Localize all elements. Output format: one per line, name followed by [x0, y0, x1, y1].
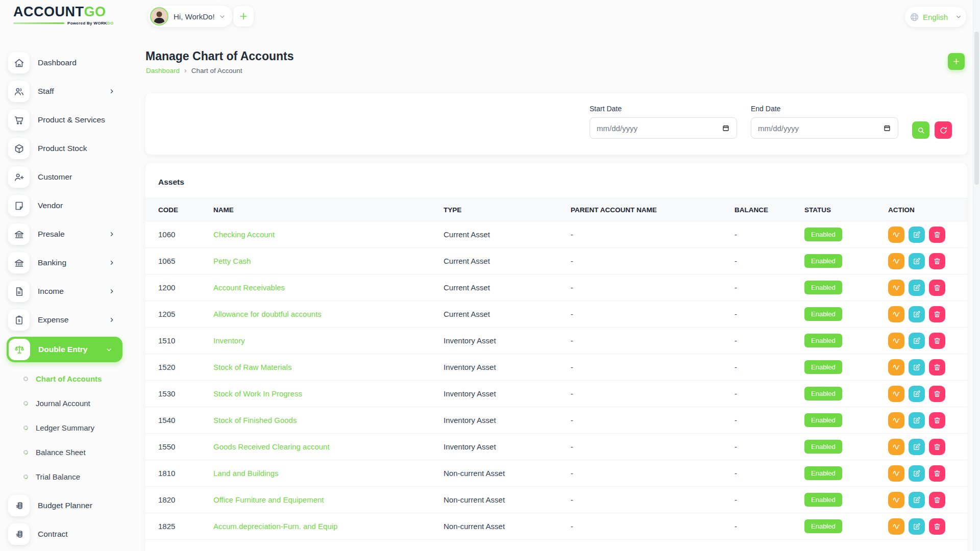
- sidebar-item-budget-planner[interactable]: $Budget Planner: [8, 494, 129, 517]
- edit-button[interactable]: [909, 306, 925, 322]
- activity-button[interactable]: [888, 306, 904, 322]
- activity-button[interactable]: [888, 333, 904, 349]
- sidebar-item-label: Product Stock: [38, 144, 87, 153]
- trash-button[interactable]: [929, 333, 945, 349]
- sidebar-item-expense[interactable]: $Expense: [8, 308, 129, 332]
- action-cell: [888, 359, 967, 375]
- edit-button[interactable]: [909, 465, 925, 482]
- trash-button[interactable]: [929, 465, 945, 482]
- sidebar-subitem-ledger-summary[interactable]: Ledger Summary: [0, 415, 135, 440]
- sidebar-item-double-entry[interactable]: Double Entry: [7, 337, 122, 362]
- action-cell: [888, 518, 967, 535]
- search-button[interactable]: [912, 121, 929, 139]
- sidebar-item-customer[interactable]: Customer: [8, 165, 129, 189]
- brand-logo[interactable]: ACCOUNTGO Powered By WORKDO: [13, 5, 115, 26]
- sidebar-item-product-services[interactable]: Product & Services: [8, 108, 129, 132]
- sidebar-subitem-journal-account[interactable]: Journal Account: [0, 391, 135, 415]
- edit-button[interactable]: [909, 227, 925, 243]
- trash-button[interactable]: [929, 359, 945, 375]
- edit-button[interactable]: [909, 412, 925, 429]
- calendar-icon[interactable]: [722, 124, 730, 132]
- table-row: 1825Accum.depreciation-Furn. and EquipNo…: [145, 513, 967, 540]
- trash-button[interactable]: [929, 518, 945, 535]
- chevron-right-icon: [109, 288, 115, 294]
- activity-button[interactable]: [888, 518, 904, 535]
- edit-button[interactable]: [909, 333, 925, 349]
- account-name-link[interactable]: Stock of Raw Materials: [213, 363, 291, 371]
- column-header-code: CODE: [158, 206, 213, 214]
- activity-button[interactable]: [888, 280, 904, 296]
- breadcrumb-dashboard-link[interactable]: Dashboard: [146, 67, 180, 74]
- status-badge: Enabled: [804, 360, 842, 374]
- activity-button[interactable]: [888, 412, 904, 429]
- account-code: 1065: [158, 257, 213, 265]
- status-cell: Enabled: [804, 360, 888, 374]
- sidebar-item-vendor[interactable]: Vendor: [8, 194, 129, 217]
- trash-button[interactable]: [929, 280, 945, 296]
- sidebar-item-staff[interactable]: Staff: [8, 80, 129, 103]
- account-type: Non-current Asset: [444, 469, 571, 478]
- trash-button[interactable]: [929, 492, 945, 508]
- account-name-link[interactable]: Goods Received Clearing account: [213, 442, 330, 451]
- trash-button[interactable]: [929, 412, 945, 429]
- reset-button[interactable]: [935, 121, 952, 139]
- activity-button[interactable]: [888, 465, 904, 482]
- activity-button[interactable]: [888, 439, 904, 455]
- sidebar-item-income[interactable]: Income: [8, 280, 129, 303]
- trash-button[interactable]: [929, 306, 945, 322]
- account-name-link[interactable]: Petty Cash: [213, 257, 251, 265]
- activity-button[interactable]: [888, 227, 904, 243]
- edit-button[interactable]: [909, 253, 925, 269]
- account-name-link[interactable]: Allowance for doubtful accounts: [213, 310, 322, 318]
- edit-button[interactable]: [909, 386, 925, 402]
- trash-button[interactable]: [929, 253, 945, 269]
- edit-button[interactable]: [909, 280, 925, 296]
- bank-icon: [8, 252, 30, 273]
- trash-button[interactable]: [929, 439, 945, 455]
- activity-button[interactable]: [888, 386, 904, 402]
- language-selector[interactable]: English: [905, 7, 966, 27]
- edit-button[interactable]: [909, 439, 925, 455]
- sidebar-item-presale[interactable]: Presale: [8, 222, 129, 246]
- edit-button[interactable]: [909, 518, 925, 535]
- end-date-input[interactable]: mm/dd/yyyy: [751, 117, 898, 139]
- sidebar-item-product-stock[interactable]: Product Stock: [8, 137, 129, 160]
- activity-button[interactable]: [888, 253, 904, 269]
- account-name-link[interactable]: Office Furniture and Equipement: [213, 495, 324, 504]
- start-date-input[interactable]: mm/dd/yyyy: [590, 117, 737, 139]
- topbar: ACCOUNTGO Powered By WORKDO Hi, WorkDo! …: [0, 0, 980, 32]
- table-row: 1510InventoryInventory Asset--Enabled: [145, 328, 967, 354]
- sidebar-subitem-label: Chart of Accounts: [36, 374, 102, 383]
- account-name-link[interactable]: Stock of Work In Progress: [213, 389, 302, 398]
- add-account-button[interactable]: [948, 53, 965, 70]
- user-menu[interactable]: Hi, WorkDo!: [148, 6, 233, 27]
- scrollbar-thumb[interactable]: [974, 32, 979, 185]
- account-type: Inventory Asset: [444, 336, 571, 345]
- table-row: 1065Petty CashCurrent Asset--Enabled: [145, 248, 967, 274]
- account-name-link[interactable]: Land and Buildings: [213, 469, 279, 478]
- edit-button[interactable]: [909, 492, 925, 508]
- sidebar-subitem-chart-of-accounts[interactable]: Chart of Accounts: [0, 366, 135, 391]
- account-name-link[interactable]: Inventory: [213, 336, 245, 345]
- sidebar-item-contract[interactable]: $Contract: [8, 522, 129, 546]
- home-icon: [8, 52, 30, 73]
- sidebar-subitem-balance-sheet[interactable]: Balance Sheet: [0, 440, 135, 464]
- edit-button[interactable]: [909, 359, 925, 375]
- trash-button[interactable]: [929, 227, 945, 243]
- activity-button[interactable]: [888, 492, 904, 508]
- account-name-link[interactable]: Account Receivables: [213, 283, 285, 292]
- activity-button[interactable]: [888, 359, 904, 375]
- quick-add-button[interactable]: [233, 6, 254, 27]
- sidebar-item-banking[interactable]: Banking: [8, 251, 129, 274]
- calendar-icon[interactable]: [883, 124, 891, 132]
- edit-icon: [913, 496, 921, 504]
- account-name-link[interactable]: Checking Account: [213, 230, 275, 239]
- sidebar-subitem-trial-balance[interactable]: Trial Balance: [0, 464, 135, 489]
- account-name-link[interactable]: Stock of Finished Goods: [213, 416, 297, 424]
- bullet-icon: [22, 473, 29, 480]
- trash-button[interactable]: [929, 386, 945, 402]
- account-name-link[interactable]: Accum.depreciation-Furn. and Equip: [213, 522, 337, 531]
- sidebar-item-dashboard[interactable]: Dashboard: [8, 51, 129, 74]
- page-scrollbar[interactable]: [973, 0, 980, 551]
- action-cell: [888, 227, 967, 243]
